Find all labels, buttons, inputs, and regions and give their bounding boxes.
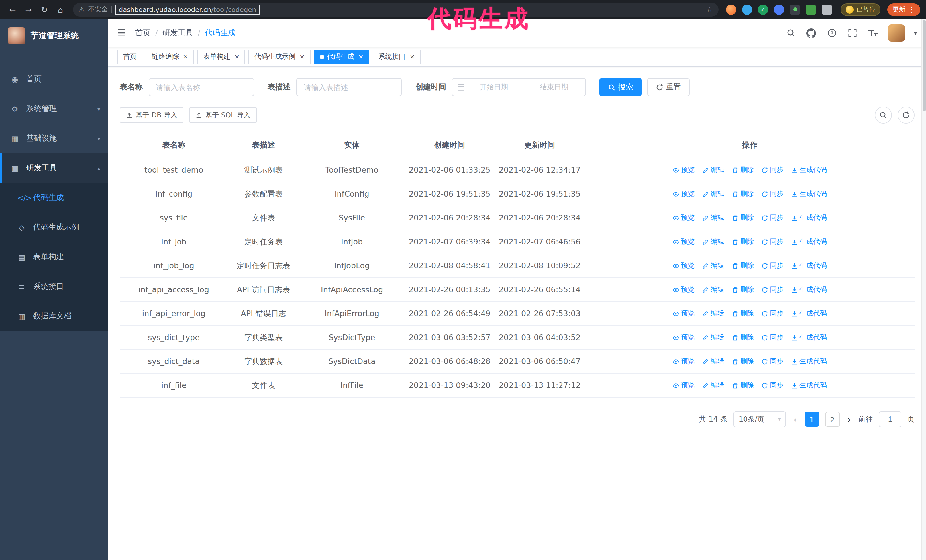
action-delete-link[interactable]: 删除 <box>732 284 754 296</box>
scrollbar-thumb[interactable] <box>923 20 926 111</box>
goto-page-input[interactable] <box>879 411 902 427</box>
prev-page-button[interactable]: ‹ <box>791 414 799 425</box>
tab-home[interactable]: 首页 <box>117 49 142 64</box>
fullscreen-icon[interactable] <box>847 27 858 39</box>
action-preview-link[interactable]: 预览 <box>672 164 694 176</box>
action-sync-link[interactable]: 同步 <box>761 332 784 344</box>
action-edit-link[interactable]: 编辑 <box>702 188 724 200</box>
action-generate-link[interactable]: 生成代码 <box>791 332 827 344</box>
action-delete-link[interactable]: 删除 <box>732 260 754 272</box>
page-1-button[interactable]: 1 <box>804 412 819 427</box>
action-preview-link[interactable]: 预览 <box>672 379 694 391</box>
sidebar-subitem-codegen[interactable]: </> 代码生成 <box>0 183 108 213</box>
reset-button[interactable]: 重置 <box>648 78 690 96</box>
refresh-table-button[interactable] <box>897 107 915 124</box>
extension-icon[interactable] <box>790 4 800 15</box>
extension-icon[interactable] <box>806 4 816 15</box>
action-sync-link[interactable]: 同步 <box>761 212 784 224</box>
github-icon[interactable] <box>806 27 817 39</box>
action-delete-link[interactable]: 删除 <box>732 355 754 367</box>
action-edit-link[interactable]: 编辑 <box>702 332 724 344</box>
table-name-input[interactable] <box>148 78 254 96</box>
import-sql-button[interactable]: 基于 SQL 导入 <box>189 107 257 123</box>
browser-scrollbar[interactable] <box>921 19 926 560</box>
table-desc-input[interactable] <box>296 78 402 96</box>
browser-menu-icon[interactable]: ⋮ <box>908 5 915 14</box>
action-sync-link[interactable]: 同步 <box>761 164 784 176</box>
hamburger-icon[interactable]: ☰ <box>117 27 126 39</box>
action-generate-link[interactable]: 生成代码 <box>791 379 827 391</box>
address-bar[interactable]: ⚠ 不安全 dashboard.yudao.iocoder.cn/tool/co… <box>73 3 719 16</box>
sidebar-subitem-form-builder[interactable]: ▤ 表单构建 <box>0 242 108 272</box>
breadcrumb-dev-tools[interactable]: 研发工具 <box>162 28 193 38</box>
action-delete-link[interactable]: 删除 <box>732 308 754 320</box>
next-page-button[interactable]: › <box>845 414 852 425</box>
action-generate-link[interactable]: 生成代码 <box>791 284 827 296</box>
action-delete-link[interactable]: 删除 <box>732 236 754 248</box>
update-button[interactable]: 更新 ⋮ <box>887 3 920 16</box>
back-icon[interactable]: ← <box>6 3 20 16</box>
action-sync-link[interactable]: 同步 <box>761 236 784 248</box>
import-db-button[interactable]: 基于 DB 导入 <box>120 107 183 123</box>
extension-icon[interactable] <box>742 4 752 15</box>
action-sync-link[interactable]: 同步 <box>761 355 784 367</box>
action-sync-link[interactable]: 同步 <box>761 260 784 272</box>
action-generate-link[interactable]: 生成代码 <box>791 260 827 272</box>
action-sync-link[interactable]: 同步 <box>761 188 784 200</box>
action-preview-link[interactable]: 预览 <box>672 212 694 224</box>
close-icon[interactable]: × <box>300 53 304 60</box>
action-generate-link[interactable]: 生成代码 <box>791 188 827 200</box>
forward-icon[interactable]: → <box>22 3 35 16</box>
bookmark-star-icon[interactable]: ☆ <box>706 5 713 14</box>
action-delete-link[interactable]: 删除 <box>732 379 754 391</box>
search-button[interactable]: 搜索 <box>599 78 642 96</box>
action-edit-link[interactable]: 编辑 <box>702 212 724 224</box>
extension-icon[interactable] <box>774 4 784 15</box>
tab-system-api[interactable]: 系统接口× <box>373 49 421 64</box>
action-delete-link[interactable]: 删除 <box>732 188 754 200</box>
sidebar-item-system-management[interactable]: ⚙ 系统管理 ▾ <box>0 94 108 124</box>
tab-link-tracing[interactable]: 链路追踪× <box>146 49 194 64</box>
extension-icon[interactable] <box>726 4 736 15</box>
sidebar-item-home[interactable]: ◉ 首页 <box>0 64 108 94</box>
extensions-puzzle-icon[interactable] <box>822 4 832 15</box>
breadcrumb-home[interactable]: 首页 <box>135 28 151 38</box>
avatar-caret-down-icon[interactable]: ▾ <box>914 30 917 36</box>
sidebar-subitem-codegen-example[interactable]: ◇ 代码生成示例 <box>0 213 108 242</box>
action-edit-link[interactable]: 编辑 <box>702 236 724 248</box>
action-edit-link[interactable]: 编辑 <box>702 379 724 391</box>
action-preview-link[interactable]: 预览 <box>672 188 694 200</box>
browser-home-icon[interactable]: ⌂ <box>54 3 67 16</box>
action-delete-link[interactable]: 删除 <box>732 332 754 344</box>
action-preview-link[interactable]: 预览 <box>672 284 694 296</box>
action-preview-link[interactable]: 预览 <box>672 236 694 248</box>
font-size-icon[interactable] <box>867 27 879 39</box>
close-icon[interactable]: × <box>358 53 363 60</box>
action-preview-link[interactable]: 预览 <box>672 355 694 367</box>
action-edit-link[interactable]: 编辑 <box>702 164 724 176</box>
tab-codegen-example[interactable]: 代码生成示例× <box>249 49 310 64</box>
action-generate-link[interactable]: 生成代码 <box>791 164 827 176</box>
close-icon[interactable]: × <box>183 53 188 60</box>
tab-form-builder[interactable]: 表单构建× <box>197 49 245 64</box>
action-delete-link[interactable]: 删除 <box>732 212 754 224</box>
help-icon[interactable] <box>826 27 838 39</box>
action-sync-link[interactable]: 同步 <box>761 284 784 296</box>
action-generate-link[interactable]: 生成代码 <box>791 212 827 224</box>
search-icon[interactable] <box>785 27 797 39</box>
action-preview-link[interactable]: 预览 <box>672 308 694 320</box>
extension-icon[interactable] <box>758 4 768 15</box>
action-generate-link[interactable]: 生成代码 <box>791 236 827 248</box>
close-icon[interactable]: × <box>410 53 415 60</box>
logo[interactable]: 芋道管理系统 <box>0 19 108 53</box>
action-sync-link[interactable]: 同步 <box>761 308 784 320</box>
toggle-search-button[interactable] <box>875 107 892 124</box>
action-sync-link[interactable]: 同步 <box>761 379 784 391</box>
profile-paused-chip[interactable]: 已暂停 <box>841 3 881 16</box>
action-generate-link[interactable]: 生成代码 <box>791 355 827 367</box>
action-edit-link[interactable]: 编辑 <box>702 284 724 296</box>
sidebar-item-infrastructure[interactable]: ▦ 基础设施 ▾ <box>0 124 108 153</box>
action-preview-link[interactable]: 预览 <box>672 260 694 272</box>
tab-codegen[interactable]: 代码生成× <box>314 49 369 64</box>
action-generate-link[interactable]: 生成代码 <box>791 308 827 320</box>
